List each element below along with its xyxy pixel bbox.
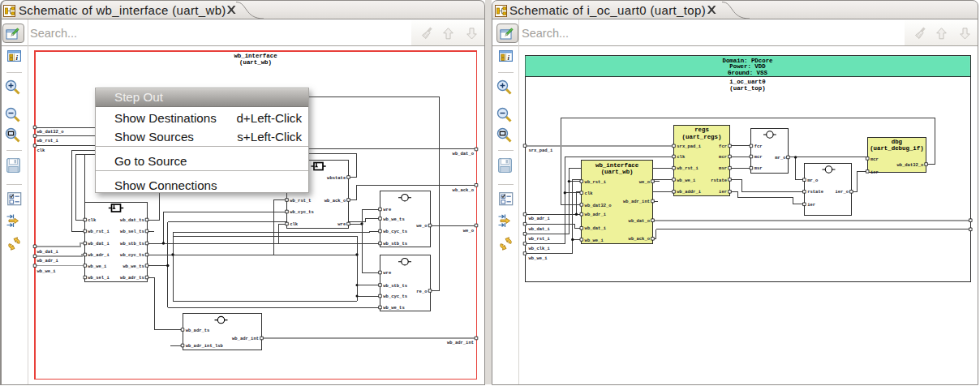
svg-text:(uart_wb): (uart_wb) [601,169,634,175]
svg-text:wb_rst_i: wb_rst_i [37,138,59,144]
svg-text:wb_rst_i: wb_rst_i [677,165,698,171]
svg-text:fcr: fcr [754,144,763,149]
svg-text:wb_adr_int: wb_adr_int [447,340,474,345]
svg-text:wb_we_ts: wb_we_ts [383,217,404,222]
svg-text:msr: msr [719,165,727,171]
svg-text:clk: clk [290,221,299,227]
svg-text:(uart_top): (uart_top) [729,85,765,92]
svg-text:regs: regs [694,127,709,133]
svg-text:wb_dat_i: wb_dat_i [585,225,607,231]
svg-text:Power: VDD: Power: VDD [729,63,766,70]
svg-text:we_o: we_o [463,228,475,234]
svg-text:clk: clk [677,154,686,160]
svg-text:mr_o: mr_o [775,155,786,161]
svg-text:wb_dat_ts: wb_dat_ts [120,217,144,223]
svg-text:wb_we_i: wb_we_i [88,264,107,269]
svg-text:re_o: re_o [416,289,428,294]
svg-text:wb_adr_int: wb_adr_int [232,336,259,341]
svg-text:wb_dat32_o: wb_dat32_o [896,162,924,168]
svg-text:wb_cyc_ts: wb_cyc_ts [383,294,407,299]
svg-text:(uart_wb): (uart_wb) [239,59,272,66]
svg-text:wb_we_i: wb_we_i [37,268,57,274]
svg-text:wb_addr_i: wb_addr_i [677,189,701,195]
svg-text:wb_sel_i: wb_sel_i [88,275,110,281]
svg-text:clk: clk [88,217,97,223]
svg-text:(uart_regs): (uart_regs) [682,134,722,140]
svg-text:wb_cyc_ts: wb_cyc_ts [290,209,314,215]
svg-text:wb_adr_int: wb_adr_int [623,199,650,204]
svg-text:fcr: fcr [719,144,727,149]
svg-text:wb_dat_i: wb_dat_i [88,241,110,247]
svg-text:wb_interface: wb_interface [234,53,277,59]
svg-text:clk: clk [37,148,46,153]
svg-text:wb_dat_i: wb_dat_i [37,249,59,255]
svg-text:wb_adr_i: wb_adr_i [585,212,607,217]
svg-text:clk: clk [585,191,594,196]
svg-text:wb_we_i: wb_we_i [529,255,548,261]
svg-text:wb_adr_i: wb_adr_i [37,258,59,264]
svg-text:ier: ier [719,189,727,195]
svg-text:msr: msr [754,165,763,171]
svg-text:i_oc_uart0: i_oc_uart0 [729,79,766,85]
svg-text:mcr: mcr [719,154,727,160]
svg-text:wb_adr_ts: wb_adr_ts [186,328,210,333]
svg-text:wb_clk_i: wb_clk_i [529,246,551,251]
svg-text:wb_adr_int_lsb: wb_adr_int_lsb [186,343,224,349]
svg-text:wb_adr_i: wb_adr_i [529,216,551,221]
svg-text:wbstate: wbstate [327,175,346,181]
svg-text:wb_adr_ts: wb_adr_ts [120,275,144,281]
svg-text:wb_dat_o: wb_dat_o [453,151,475,157]
svg-text:mcr: mcr [870,157,879,162]
svg-text:ier_o: ier_o [835,189,849,195]
svg-text:wb_ack_o: wb_ack_o [453,187,475,193]
svg-text:wb_dat_i: wb_dat_i [529,226,551,232]
svg-text:wb_adr_i: wb_adr_i [88,252,110,258]
svg-text:we_o: we_o [639,179,651,185]
svg-text:wb_stb_ts: wb_stb_ts [383,241,407,247]
svg-text:wb_we_ts: wb_we_ts [383,305,404,311]
svg-text:wb_stb_ts: wb_stb_ts [383,283,407,289]
svg-text:Ground: VSS: Ground: VSS [728,70,767,76]
svg-text:wb_rst_i: wb_rst_i [585,179,607,185]
svg-text:rstate: rstate [711,178,728,183]
svg-text:wb_rst_t: wb_rst_t [290,198,311,204]
svg-text:wb_cyc_ts: wb_cyc_ts [120,252,144,258]
svg-text:wb_rst_i: wb_rst_i [529,236,551,242]
svg-text:mr_o: mr_o [807,178,819,183]
svg-text:wre: wre [383,270,392,276]
svg-text:we_o: we_o [416,223,428,229]
svg-text:rstate: rstate [807,189,824,195]
svg-text:(uart_debug_if): (uart_debug_if) [870,145,924,152]
svg-text:Domain: PDcore: Domain: PDcore [722,58,773,64]
svg-text:wb_ack_o: wb_ack_o [325,198,346,204]
svg-text:wb_we_i: wb_we_i [585,238,604,243]
svg-text:wb_ack_o: wb_ack_o [629,236,651,242]
svg-text:wb_dat_o: wb_dat_o [629,218,651,224]
svg-text:ier: ier [807,202,815,208]
svg-text:mcr: mcr [754,154,763,160]
svg-text:srx_pad_i: srx_pad_i [677,144,701,149]
svg-text:wre: wre [383,207,392,212]
svg-text:wb_stb_ts: wb_stb_ts [120,241,144,247]
svg-text:wb_we_i: wb_we_i [677,178,696,183]
svg-text:wb_interface: wb_interface [595,162,639,169]
svg-text:srx_pad_i: srx_pad_i [529,148,553,153]
svg-text:ier: ier [870,169,879,175]
svg-text:wb_rst_i: wb_rst_i [88,229,110,234]
svg-text:wb_dat32_o: wb_dat32_o [585,203,612,208]
svg-text:wb_cyc_ts: wb_cyc_ts [383,229,407,234]
svg-text:wb_dat32_o: wb_dat32_o [37,129,65,135]
svg-text:wb_we_ts: wb_we_ts [122,264,144,269]
svg-text:wre: wre [337,221,346,227]
svg-text:dbg: dbg [892,139,903,145]
svg-text:wb_sel_ts: wb_sel_ts [120,229,144,234]
